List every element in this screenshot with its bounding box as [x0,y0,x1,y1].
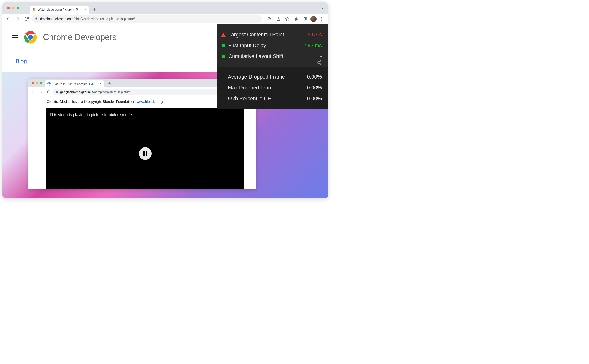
svg-rect-12 [304,18,307,20]
share-button[interactable] [275,15,282,23]
inner-tab-title: Picture-in-Picture Sample [53,82,87,86]
maximize-window-button[interactable] [17,6,19,9]
pause-button[interactable] [139,147,152,160]
window-controls [7,6,19,9]
svg-marker-11 [286,17,289,20]
good-indicator-icon [221,55,226,58]
metric-95th-df: 95th Percentile DF 0.00% [228,93,322,104]
gear-favicon-icon [47,82,51,86]
close-tab-button[interactable]: × [84,7,86,12]
web-vitals-overlay: Largest Contentful Paint 5.57 s First In… [217,24,328,109]
dropped-frames-section: Average Dropped Frame 0.00% Max Dropped … [217,67,328,109]
toolbar-actions [265,15,325,23]
svg-point-14 [321,17,322,18]
video-player[interactable]: This video is playing in picture-in-pict… [46,108,244,189]
address-bar[interactable]: developer.chrome.com/blog/watch-video-us… [32,15,262,23]
tab-bar: Watch video using Picture-in-P × + [2,2,328,14]
back-button[interactable] [5,15,12,23]
metric-max-df: Max Dropped Frame 0.00% [228,82,322,93]
chrome-favicon-icon [32,8,36,12]
inner-maximize-button[interactable] [40,82,42,84]
inner-page-content: Credits: Media files are © copyright Ble… [28,96,256,189]
chrome-logo-icon [24,30,37,44]
browser-window: Watch video using Picture-in-P × + devel… [2,2,328,198]
share-metrics-icon[interactable] [315,59,321,65]
profile-avatar[interactable] [311,16,317,22]
url-text: developer.chrome.com/blog/watch-video-us… [40,17,135,21]
inner-window-controls [32,82,42,84]
close-window-button[interactable] [7,6,10,9]
chrome-menu-button[interactable] [318,15,325,23]
svg-point-24 [319,60,321,61]
extensions-button[interactable] [292,15,300,23]
inner-new-tab-button[interactable]: + [106,80,113,87]
svg-point-15 [321,18,322,19]
side-panel-button[interactable] [301,15,309,23]
metric-cls: Cumulative Layout Shift - [221,51,322,62]
good-indicator-icon [221,44,226,47]
breadcrumb-blog-link[interactable]: Blog [16,58,27,65]
minimize-window-button[interactable] [12,6,15,9]
svg-line-7 [270,20,271,20]
credits-text: Credits: Media files are © copyright Ble… [47,100,238,104]
forward-button[interactable] [14,15,21,23]
svg-rect-23 [56,92,58,93]
menu-button[interactable] [12,35,18,39]
core-vitals-section: Largest Contentful Paint 5.57 s First In… [217,24,328,67]
inner-url-text: googlechrome.github.io/samples/picture-i… [60,90,131,94]
metric-fid: First Input Delay 2.82 ms [221,40,322,51]
toolbar: developer.chrome.com/blog/watch-video-us… [2,14,328,24]
search-tabs-icon[interactable] [320,6,324,10]
svg-line-28 [317,61,319,62]
svg-point-19 [28,35,33,40]
inner-reload-button[interactable] [45,88,52,96]
svg-point-20 [49,83,50,84]
new-tab-button[interactable]: + [91,6,98,13]
inner-close-tab-button[interactable]: × [99,82,101,86]
svg-point-25 [316,62,317,64]
metric-avg-df: Average Dropped Frame 0.00% [228,72,322,82]
inner-back-button[interactable] [30,88,37,96]
inner-minimize-button[interactable] [36,82,38,84]
inner-close-button[interactable] [32,82,34,84]
metric-lcp: Largest Contentful Paint 5.57 s [221,29,322,40]
inner-browser-tab[interactable]: Picture-in-Picture Sample × [45,80,104,87]
reload-button[interactable] [23,15,30,23]
lock-icon [35,17,38,21]
zoom-icon[interactable] [265,15,273,23]
video-pip-message: This video is playing in picture-in-pict… [50,112,132,117]
inner-forward-button[interactable] [38,88,44,96]
site-title: Chrome Developers [43,32,117,42]
pip-indicator-icon [89,83,93,85]
bookmark-button[interactable] [284,15,291,23]
svg-line-27 [317,63,319,64]
warn-indicator-icon [221,33,226,37]
blender-link[interactable]: www.blender.org [136,100,163,104]
svg-rect-5 [36,18,37,20]
browser-tab[interactable]: Watch video using Picture-in-P × [30,6,89,14]
tab-title: Watch video using Picture-in-P [38,8,78,11]
inner-lock-icon [56,90,58,93]
svg-point-26 [319,64,321,65]
svg-point-16 [321,20,322,21]
